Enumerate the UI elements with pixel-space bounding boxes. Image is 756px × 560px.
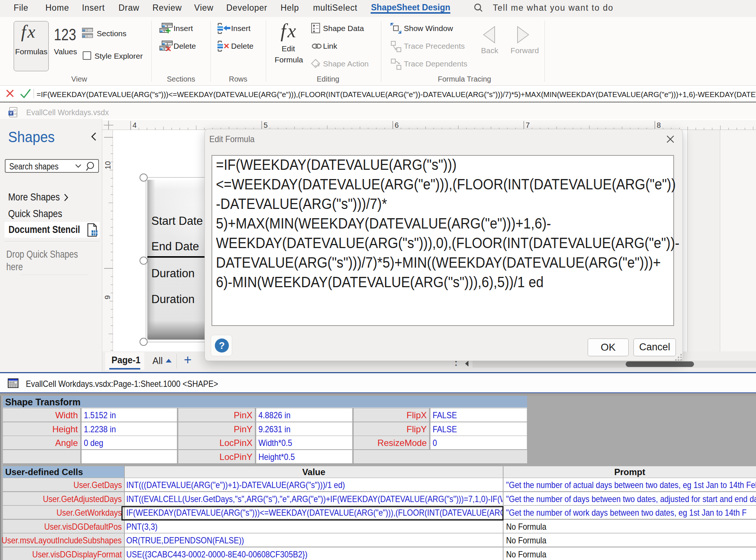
svg-text:V: V	[10, 111, 13, 115]
svg-text:?: ?	[219, 340, 225, 351]
